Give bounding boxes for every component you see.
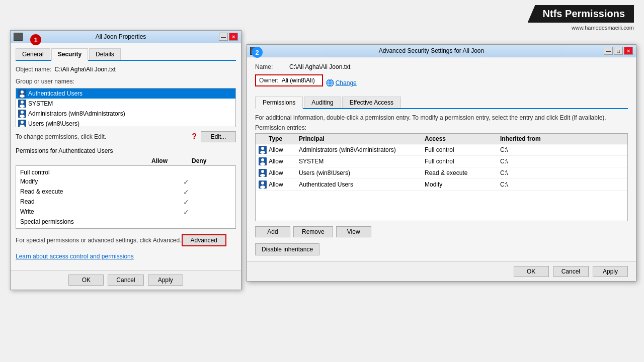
change-link[interactable]: Change	[336, 79, 357, 86]
row-access: Modify	[425, 181, 500, 188]
svg-point-24	[261, 170, 264, 173]
list-item[interactable]: Administrators (win8\Administrators)	[16, 109, 235, 119]
learn-link[interactable]: Learn about access control and permissio…	[16, 253, 236, 260]
disable-inheritance-button[interactable]: Disable inheritance	[255, 243, 319, 255]
perm-row-special: Special permissions	[20, 217, 231, 226]
step-badge-2: 2	[252, 47, 263, 58]
permission-entries-table[interactable]: Type Principal Access Inherited from All…	[255, 133, 628, 221]
advanced-button[interactable]: Advanced	[182, 234, 226, 246]
apply-button-1[interactable]: Apply	[148, 275, 183, 286]
minimize-button[interactable]: —	[219, 33, 228, 41]
edit-row: To change permissions, click Edit. ? Edi…	[16, 131, 236, 142]
table-row[interactable]: Allow Administrators (win8\Administrator…	[256, 144, 627, 156]
list-item[interactable]: SYSTEM	[16, 99, 235, 109]
window-controls-2: — □ ✕	[604, 47, 633, 55]
tab-permissions[interactable]: Permissions	[255, 97, 303, 109]
globe-icon	[326, 79, 334, 87]
window2-body: Name: C:\Ali Agha\Ali Joon.txt Owner: Al…	[247, 57, 636, 261]
tab-auditing[interactable]: Auditing	[304, 97, 341, 108]
edit-button[interactable]: Edit...	[201, 131, 236, 142]
row-user-icon	[259, 157, 267, 165]
ok-button-2[interactable]: OK	[514, 266, 549, 277]
col-principal: Principal	[299, 135, 425, 142]
properties-window: Ali Joon Properties — ✕ General Security…	[10, 30, 242, 290]
remove-button[interactable]: Remove	[293, 226, 333, 237]
deny-check	[201, 218, 231, 225]
disable-row: Disable inheritance	[255, 243, 628, 255]
window-icon	[14, 33, 23, 41]
row-user-icon	[259, 180, 267, 189]
list-item[interactable]: Users (win8\Users)	[16, 119, 235, 127]
empty-area	[256, 191, 627, 221]
svg-point-4	[21, 101, 24, 104]
perm-col-deny: Deny	[192, 157, 232, 164]
close-button-2[interactable]: ✕	[624, 47, 633, 55]
cancel-button-1[interactable]: Cancel	[108, 275, 143, 286]
branding-section: Ntfs Permissions www.hamedesmaeili.com	[528, 5, 634, 31]
tab-security[interactable]: Security	[51, 48, 88, 61]
row-inherited: C:\	[500, 169, 560, 176]
object-name-label: Object name:	[16, 66, 51, 73]
list-item[interactable]: Authenticated Users	[16, 88, 235, 99]
deny-check	[201, 188, 231, 196]
col-icon	[259, 135, 269, 142]
group-box: Group or user names: Authenticated Users	[16, 78, 236, 127]
tab-effective-access[interactable]: Effective Access	[342, 97, 401, 108]
minimize-button-2[interactable]: —	[604, 47, 613, 55]
svg-point-10	[21, 121, 24, 124]
svg-point-1	[21, 90, 24, 94]
view-button[interactable]: View	[336, 226, 371, 237]
close-button-1[interactable]: ✕	[229, 33, 238, 41]
user-name: SYSTEM	[28, 100, 53, 107]
ok-button-1[interactable]: OK	[68, 275, 104, 286]
svg-point-21	[261, 158, 264, 161]
table-row[interactable]: Allow Users (win8\Users) Read & execute …	[256, 167, 627, 179]
tab-details[interactable]: Details	[89, 48, 121, 60]
svg-point-22	[260, 162, 265, 165]
add-button[interactable]: Add	[255, 226, 290, 237]
perm-name: Read	[20, 198, 171, 206]
user-list[interactable]: Authenticated Users SYSTEM	[16, 88, 236, 127]
info-text: For additional information, double-click…	[255, 114, 628, 121]
svg-point-19	[260, 151, 265, 154]
user-icon	[18, 120, 26, 127]
edit-help-text: To change permissions, click Edit.	[16, 133, 188, 140]
window-title-2: Advanced Security Settings for Ali Joon	[259, 47, 604, 54]
table-row[interactable]: Allow SYSTEM Full control C:\	[256, 156, 627, 167]
restore-button-2[interactable]: □	[614, 47, 623, 55]
row-principal: SYSTEM	[299, 158, 425, 165]
cancel-button-2[interactable]: Cancel	[553, 266, 589, 277]
deny-check	[201, 169, 231, 176]
perm-row-readexec: Read & execute ✓	[20, 187, 231, 197]
perm-row-write: Write ✓	[20, 207, 231, 217]
perm-name: Full control	[20, 169, 171, 176]
deny-check	[201, 178, 231, 186]
apply-button-2[interactable]: Apply	[593, 266, 628, 277]
svg-point-27	[261, 182, 264, 185]
owner-label: Owner:	[259, 77, 279, 84]
allow-check: ✓	[171, 208, 201, 216]
perm-row-modify: Modify ✓	[20, 177, 231, 187]
perm-col-allow: Allow	[151, 157, 192, 164]
row-type: Allow	[269, 181, 299, 188]
window-controls: — ✕	[219, 33, 238, 41]
owner-container: Owner: Ali (win8\Ali) Change	[255, 74, 628, 92]
svg-point-25	[260, 174, 265, 177]
col-inherited: Inherited from	[500, 135, 560, 142]
table-row[interactable]: Allow Authenticated Users Modify C:\	[256, 179, 627, 191]
row-user-icon	[259, 169, 267, 177]
window-title-1: Ali Joon Properties	[23, 33, 219, 40]
perm-name: Modify	[20, 178, 171, 186]
titlebar-2: Advanced Security Settings for Ali Joon …	[247, 45, 636, 57]
branding-title: Ntfs Permissions	[528, 5, 634, 23]
name-row: Name: C:\Ali Agha\Ali Joon.txt	[255, 63, 628, 70]
tab-general[interactable]: General	[16, 48, 50, 60]
perm-row-fullcontrol: Full control	[20, 168, 231, 177]
row-user-icon	[259, 146, 267, 154]
object-name-row: Object name: C:\Ali Agha\Ali Joon.txt	[16, 66, 236, 73]
deny-check	[201, 198, 231, 206]
user-name: Users (win8\Users)	[28, 120, 79, 127]
table-header-row: Type Principal Access Inherited from	[256, 134, 627, 144]
row-principal: Administrators (win8\Administrators)	[299, 146, 425, 153]
change-container: Change	[326, 79, 357, 87]
